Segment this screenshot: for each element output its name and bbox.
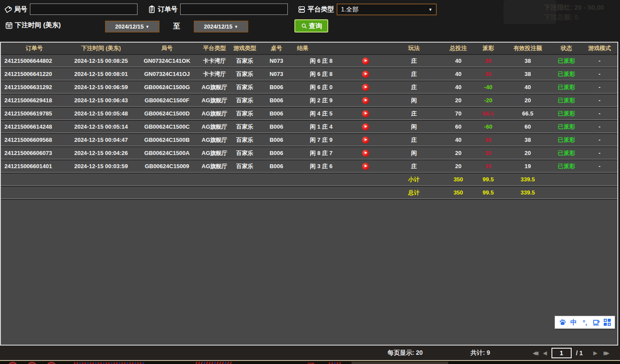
cell-status: 已派彩 [551,68,582,80]
cell-play-type: 庄 [383,68,445,80]
cell-result: 闲 8 庄 7 [293,147,383,159]
cell-valid-bet: 19 [504,160,551,173]
query-button-label: 查询 [309,22,322,30]
date-from-value: 2024/12/15 [115,23,144,30]
date-from-select[interactable]: 2024/12/15 ▼ [105,21,160,32]
first-page-icon[interactable]: ◀◀ [533,350,538,356]
cell-round-number: GB00624C15009 [134,160,199,173]
cell-payout: -20 [472,94,504,107]
query-button[interactable]: 查询 [294,19,328,32]
play-video-icon[interactable] [362,97,369,104]
table-row[interactable]: 2412150066197852024-12-15 00:05:48GB0062… [1,108,617,120]
cell-platform-type: AG旗舰厅 [199,81,229,94]
play-video-icon[interactable] [362,110,369,117]
cell-table-number: B006 [260,94,293,107]
table-row[interactable]: 2412150066448022024-12-15 00:08:25GN0732… [1,55,617,67]
order-number-label: 订单号 [158,5,178,14]
table-row[interactable]: 2412150066095682024-12-15 00:04:47GB0062… [1,134,617,146]
date-to-select[interactable]: 2024/12/15 ▼ [194,21,248,32]
cell-game-type: 百家乐 [229,147,260,159]
column-header: 玩法 [383,43,445,54]
cell-round-number: GB00624C1500D [134,108,199,120]
grid-icon[interactable] [602,317,613,328]
cell-round-number: GB00624C1500F [134,94,199,107]
round-number-label: 局号 [14,5,27,14]
result-text: 闲 8 庄 7 [293,149,350,157]
per-page-label: 每页显示: 20 [388,346,423,360]
filter-bar: 局号 订单号 平台类型 1.全部 ▼ [0,0,620,42]
play-video-icon[interactable] [362,71,369,78]
cell-payout: -40 [472,81,504,94]
total-valid-bet: 339.5 [504,187,551,199]
cell-bet-time: 2024-12-15 00:06:59 [68,81,134,94]
play-video-icon[interactable] [362,58,369,65]
play-video-icon[interactable] [362,84,369,91]
table-row[interactable]: 2412150066014012024-12-15 00:03:59GB0062… [1,160,617,173]
punctuation-icon[interactable]: °, [580,317,590,328]
page-number-input[interactable] [551,348,572,358]
chinese-mode-icon[interactable]: 中 [568,317,579,328]
cell-game-type: 百家乐 [229,68,260,80]
ime-toolbar[interactable]: 中 °, [555,316,615,329]
cell-result: 闲 7 庄 9 [293,134,383,146]
cell-game-mode: - [582,160,617,173]
cell-result: 闲 2 庄 9 [293,94,383,107]
bet-time-label: 下注时间 (美东) [15,21,61,29]
table-row[interactable]: 2412150066294182024-12-15 00:06:43GB0062… [1,94,617,107]
paw-icon[interactable] [557,317,568,328]
subtotal-valid-bet: 339.5 [504,173,551,186]
cell-valid-bet: 60 [504,121,551,133]
cell-round-number: GN07324C141OK [134,55,199,67]
cell-total-bet: 40 [445,134,472,146]
table-row[interactable]: 2412150066312922024-12-15 00:06:59GB0062… [1,81,617,94]
cell-result: 闲 1 庄 4 [293,121,383,133]
cell-platform-type: 卡卡湾厅 [199,55,229,67]
last-page-icon[interactable]: ▶▶ [604,350,609,356]
table-row[interactable]: 2412150066060732024-12-15 00:04:26GB0062… [1,147,617,159]
cell-total-bet: 20 [445,147,472,159]
order-number-input[interactable] [180,4,288,15]
cell-payout: 38 [472,55,504,67]
total-payout: 99.5 [472,187,504,199]
chevron-down-icon: ▼ [234,25,238,29]
play-video-icon[interactable] [362,150,369,157]
column-header: 总投注 [445,43,472,54]
result-text: 闲 2 庄 9 [293,97,350,105]
column-header: 局号 [134,43,199,54]
round-number-input[interactable] [30,4,138,15]
background-big-road [196,362,231,364]
play-video-icon[interactable] [362,123,369,130]
cell-order-number: 241215006614248 [1,121,68,133]
cell-game-type: 百家乐 [229,121,260,133]
cell-game-mode: - [582,134,617,146]
cell-valid-bet: 38 [504,55,551,67]
table-row[interactable]: 2412150066412202024-12-15 00:08:01GN0732… [1,68,617,80]
column-header: 游戏类型 [229,43,260,54]
cell-status: 已派彩 [551,160,582,173]
cell-status: 已派彩 [551,55,582,67]
search-icon [301,22,308,29]
subtotal-row: 小计 350 99.5 339.5 [1,173,617,186]
cell-total-bet: 40 [445,81,472,94]
cell-table-number: B006 [260,147,293,159]
cell-order-number: 241215006601401 [1,160,68,173]
cell-table-number: N073 [260,55,293,67]
calendar-icon [4,21,13,29]
cell-game-mode: - [582,55,617,67]
play-video-icon[interactable] [362,137,369,144]
clipboard-tray-icon[interactable] [591,317,602,328]
cell-game-type: 百家乐 [229,81,260,94]
bet-records-table: 订单号下注时间 (美东)局号平台类型游戏类型桌号结果玩法总投注派彩有效投注额状态… [1,42,617,200]
column-header: 派彩 [472,43,504,54]
subtotal-total-bet: 350 [445,173,472,186]
result-text: 闲 4 庄 5 [293,110,350,118]
platform-type-select[interactable]: 1.全部 ▼ [337,4,437,15]
cell-valid-bet: 40 [504,81,551,94]
play-video-icon[interactable] [362,163,369,170]
table-row[interactable]: 2412150066142482024-12-15 00:05:14GB0062… [1,121,617,133]
background-icon [8,362,18,364]
prev-page-icon[interactable]: ◀ [543,350,547,356]
next-page-icon[interactable]: ▶ [593,350,597,356]
table-header-row: 订单号下注时间 (美东)局号平台类型游戏类型桌号结果玩法总投注派彩有效投注额状态… [1,43,617,54]
subtotal-label: 小计 [383,173,445,186]
